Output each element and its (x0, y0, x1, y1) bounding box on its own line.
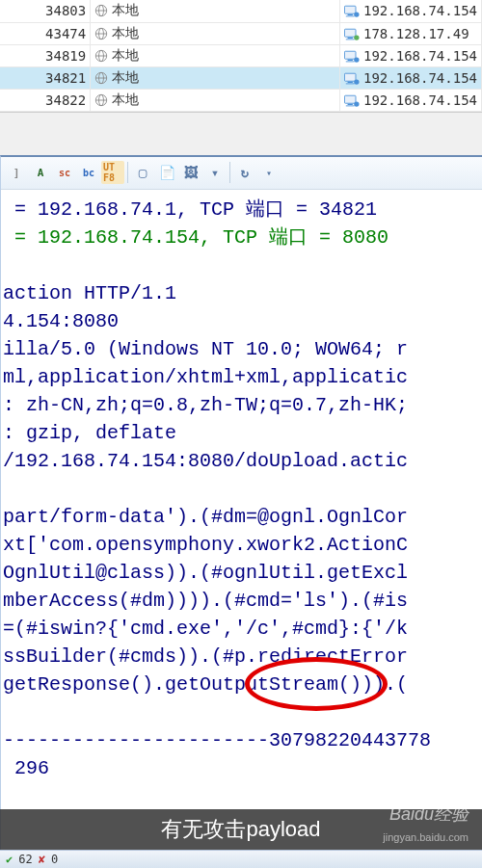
box-icon[interactable]: ▢ (131, 161, 154, 184)
ip-label: 192.168.74.154 (363, 48, 477, 64)
dst-port: 8080 (342, 226, 388, 249)
globe-icon (94, 93, 108, 107)
host-cell: 本地 (91, 22, 340, 44)
host-cell: 本地 (91, 89, 340, 111)
host-cell: 本地 (91, 44, 340, 66)
panel-gap (0, 112, 482, 155)
ip-cell: 192.168.74.154 (339, 89, 481, 111)
host-cell: 本地 (91, 66, 340, 89)
svg-rect-3 (344, 6, 356, 13)
packet-content[interactable]: = 192.168.74.1, TCP 端口 = 34821 = 192.168… (1, 190, 482, 788)
src-port-label: TCP 端口 (200, 198, 284, 221)
dst-port-label: TCP 端口 (223, 226, 308, 249)
src-ip: 192.168.74.1 (38, 198, 176, 221)
monitor-icon (344, 94, 360, 108)
table-row[interactable]: 43474本地178.128.17.49 (0, 22, 482, 44)
svg-rect-12 (346, 39, 355, 39)
host-cell: 本地 (91, 0, 340, 22)
monitor-icon (344, 72, 360, 86)
host-label: 本地 (112, 92, 139, 107)
dropdown-icon[interactable]: ▾ (203, 161, 227, 184)
check-icon: ✔ (6, 853, 13, 866)
img-icon[interactable]: 🖼 (179, 161, 202, 184)
ip-label: 192.168.74.154 (363, 3, 477, 18)
ip-label: 178.128.17.49 (363, 26, 469, 41)
globe-icon (94, 71, 108, 85)
encoding-utf8-button[interactable]: UT F8 (101, 161, 124, 184)
svg-rect-4 (348, 14, 353, 15)
svg-rect-33 (346, 105, 355, 106)
src-port: 34821 (319, 198, 377, 221)
monitor-icon (344, 50, 360, 64)
host-label: 本地 (112, 69, 139, 85)
ip-cell: 192.168.74.154 (339, 44, 481, 66)
host-label: 本地 (112, 2, 139, 17)
svg-rect-18 (348, 59, 353, 60)
svg-rect-19 (346, 61, 355, 62)
host-label: 本地 (112, 47, 139, 63)
subtitle-text: 有无攻击payload (161, 815, 320, 844)
connections-table[interactable]: 34803本地192.168.74.15443474本地178.128.17.4… (0, 0, 482, 112)
ip-cell: 192.168.74.154 (339, 66, 481, 89)
table-row[interactable]: 34821本地192.168.74.154 (0, 66, 482, 89)
port-cell: 34819 (0, 44, 91, 66)
bracket-button[interactable]: ] (5, 161, 28, 184)
encoding-bc-button[interactable]: bc (77, 161, 100, 184)
http-payload: action HTTP/1.1 4.154:8080 illa/5.0 (Win… (3, 251, 480, 782)
svg-rect-10 (344, 29, 356, 37)
dst-ip: 192.168.74.154 (38, 226, 200, 249)
globe-icon (94, 49, 108, 63)
ip-label: 192.168.74.154 (363, 70, 477, 86)
ok-count: 62 (18, 853, 32, 866)
svg-rect-17 (344, 51, 356, 59)
svg-rect-25 (348, 81, 353, 82)
svg-rect-32 (348, 103, 353, 104)
table-row[interactable]: 34822本地192.168.74.154 (0, 89, 482, 111)
refresh-icon[interactable]: ↻ (233, 161, 256, 184)
host-label: 本地 (112, 25, 139, 40)
globe-icon (94, 4, 108, 17)
svg-rect-24 (344, 73, 356, 81)
ip-cell: 178.128.17.49 (339, 22, 481, 44)
encoding-a-button[interactable]: A (29, 161, 52, 184)
svg-point-20 (354, 57, 359, 62)
port-cell: 43474 (0, 22, 91, 44)
error-icon: ✘ (39, 853, 45, 866)
svg-rect-31 (344, 95, 356, 103)
port-cell: 34821 (0, 66, 91, 89)
ip-cell: 192.168.74.154 (339, 0, 481, 22)
status-bar: ✔ 62 ✘ 0 (0, 850, 482, 868)
toolbar-separator-2 (229, 162, 230, 183)
svg-point-13 (354, 35, 359, 39)
doc-icon[interactable]: 📄 (155, 161, 178, 184)
port-cell: 34803 (0, 0, 91, 22)
svg-rect-11 (348, 37, 353, 38)
err-count: 0 (51, 853, 58, 866)
monitor-icon (344, 28, 360, 41)
monitor-icon (344, 5, 360, 18)
panel-toolbar: ] A sc bc UT F8 ▢ 📄 🖼 ▾ ↻ ▾ (1, 157, 482, 190)
table-row[interactable]: 34803本地192.168.74.154 (0, 0, 482, 22)
ip-label: 192.168.74.154 (363, 92, 477, 108)
toolbar-separator (127, 162, 128, 183)
globe-icon (94, 27, 108, 40)
svg-rect-26 (346, 83, 355, 84)
packet-panel: ] A sc bc UT F8 ▢ 📄 🖼 ▾ ↻ ▾ = 192.168.74… (0, 155, 482, 868)
dropdown-icon-2[interactable]: ▾ (257, 161, 281, 184)
encoding-sc-button[interactable]: sc (53, 161, 76, 184)
svg-point-34 (354, 101, 359, 106)
table-row[interactable]: 34819本地192.168.74.154 (0, 44, 482, 66)
subtitle-overlay: 有无攻击payload (0, 809, 482, 850)
svg-point-6 (354, 13, 359, 17)
svg-point-27 (354, 79, 359, 84)
port-cell: 34822 (0, 89, 91, 111)
svg-rect-5 (346, 16, 355, 17)
